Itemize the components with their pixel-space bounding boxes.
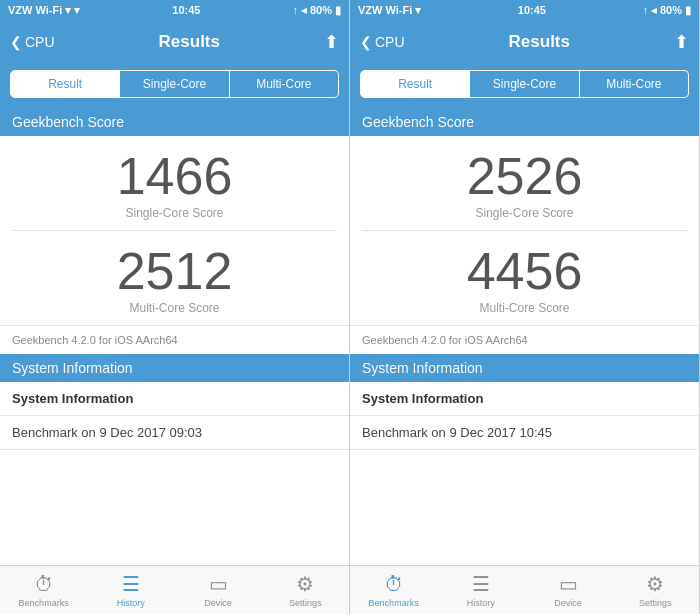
benchmark-date-right: Benchmark on 9 Dec 2017 10:45 xyxy=(350,416,699,450)
tab-device-right[interactable]: ▭ Device xyxy=(525,572,612,608)
wifi-icon-left: ▾ xyxy=(74,4,80,17)
battery-right: 80% ▮ xyxy=(660,4,691,17)
sys-info-row-left: System Information xyxy=(0,382,349,416)
device-label-left: Device xyxy=(204,598,232,608)
back-chevron-right: ❮ xyxy=(360,34,372,50)
geekbench-header-right: Geekbench Score xyxy=(350,108,699,136)
tab-benchmarks-left[interactable]: ⏱ Benchmarks xyxy=(0,573,87,608)
signal-icon-right: ↑ xyxy=(642,4,648,16)
seg-singlecore-right[interactable]: Single-Core xyxy=(470,70,579,98)
geekbench-header-left: Geekbench Score xyxy=(0,108,349,136)
sys-info-header-right: System Information xyxy=(350,354,699,382)
benchmarks-label-left: Benchmarks xyxy=(19,598,69,608)
carrier-right: VZW Wi-Fi ▾ xyxy=(358,4,421,17)
device-icon-right: ▭ xyxy=(559,572,578,596)
seg-singlecore-left[interactable]: Single-Core xyxy=(120,70,229,98)
share-button-right[interactable]: ⬆ xyxy=(674,31,689,53)
nav-title-right: Results xyxy=(509,32,570,52)
battery-icon-left: 80% ▮ xyxy=(310,4,341,17)
history-label-left: History xyxy=(117,598,145,608)
tab-history-right[interactable]: ☰ History xyxy=(437,572,524,608)
status-bar-right: VZW Wi-Fi ▾ 10:45 ↑ ◂ 80% ▮ xyxy=(350,0,699,20)
benchmarks-label-right: Benchmarks xyxy=(369,598,419,608)
settings-icon-left: ⚙ xyxy=(296,572,314,596)
sys-info-header-left: System Information xyxy=(0,354,349,382)
time-left: 10:45 xyxy=(172,4,200,16)
history-icon-right: ☰ xyxy=(472,572,490,596)
multi-core-label-left: Multi-Core Score xyxy=(129,301,219,315)
benchmarks-icon-left: ⏱ xyxy=(34,573,54,596)
version-info-left: Geekbench 4.2.0 for iOS AArch64 xyxy=(0,325,349,354)
multi-core-block-left: 2512 Multi-Core Score xyxy=(0,231,349,325)
scores-left: 1466 Single-Core Score 2512 Multi-Core S… xyxy=(0,136,349,325)
single-core-block-right: 2526 Single-Core Score xyxy=(350,136,699,230)
nav-title-left: Results xyxy=(159,32,220,52)
tab-device-left[interactable]: ▭ Device xyxy=(175,572,262,608)
multi-core-score-right: 4456 xyxy=(467,245,583,297)
back-label-left: CPU xyxy=(25,34,55,50)
back-chevron-left: ❮ xyxy=(10,34,22,50)
share-button-left[interactable]: ⬆ xyxy=(324,31,339,53)
multi-core-score-left: 2512 xyxy=(117,245,233,297)
seg-multicore-left[interactable]: Multi-Core xyxy=(230,70,339,98)
status-right-right: ↑ ◂ 80% ▮ xyxy=(642,4,691,17)
scores-right: 2526 Single-Core Score 4456 Multi-Core S… xyxy=(350,136,699,325)
status-right-left: ↑ ◂ 80% ▮ xyxy=(292,4,341,17)
tab-benchmarks-right[interactable]: ⏱ Benchmarks xyxy=(350,573,437,608)
seg-multicore-right[interactable]: Multi-Core xyxy=(580,70,689,98)
status-left: VZW Wi-Fi ▾ ▾ xyxy=(8,4,80,17)
settings-icon-right: ⚙ xyxy=(646,572,664,596)
segmented-control-left: Result Single-Core Multi-Core xyxy=(0,64,349,108)
seg-result-right[interactable]: Result xyxy=(360,70,470,98)
single-core-score-right: 2526 xyxy=(467,150,583,202)
tab-bar-left: ⏱ Benchmarks ☰ History ▭ Device ⚙ Settin… xyxy=(0,565,349,614)
tab-settings-right[interactable]: ⚙ Settings xyxy=(612,572,699,608)
segmented-control-right: Result Single-Core Multi-Core xyxy=(350,64,699,108)
settings-label-left: Settings xyxy=(289,598,322,608)
time-right: 10:45 xyxy=(518,4,546,16)
left-panel: VZW Wi-Fi ▾ ▾ 10:45 ↑ ◂ 80% ▮ ❮ CPU Resu… xyxy=(0,0,350,614)
benchmarks-icon-right: ⏱ xyxy=(384,573,404,596)
tab-history-left[interactable]: ☰ History xyxy=(87,572,174,608)
history-label-right: History xyxy=(467,598,495,608)
history-icon-left: ☰ xyxy=(122,572,140,596)
signal-icon-left: ↑ xyxy=(292,4,298,16)
back-button-left[interactable]: ❮ CPU xyxy=(10,34,55,50)
nav-bar-right: ❮ CPU Results ⬆ xyxy=(350,20,699,64)
bluetooth-icon-left: ◂ xyxy=(301,4,307,17)
multi-core-label-right: Multi-Core Score xyxy=(479,301,569,315)
seg-result-left[interactable]: Result xyxy=(10,70,120,98)
status-left-right: VZW Wi-Fi ▾ xyxy=(358,4,421,17)
multi-core-block-right: 4456 Multi-Core Score xyxy=(350,231,699,325)
back-label-right: CPU xyxy=(375,34,405,50)
device-icon-left: ▭ xyxy=(209,572,228,596)
benchmark-date-left: Benchmark on 9 Dec 2017 09:03 xyxy=(0,416,349,450)
device-label-right: Device xyxy=(554,598,582,608)
bluetooth-icon-right: ◂ xyxy=(651,4,657,17)
single-core-label-right: Single-Core Score xyxy=(475,206,573,220)
version-info-right: Geekbench 4.2.0 for iOS AArch64 xyxy=(350,325,699,354)
back-button-right[interactable]: ❮ CPU xyxy=(360,34,405,50)
single-core-score-left: 1466 xyxy=(117,150,233,202)
settings-label-right: Settings xyxy=(639,598,672,608)
tab-settings-left[interactable]: ⚙ Settings xyxy=(262,572,349,608)
right-panel: VZW Wi-Fi ▾ 10:45 ↑ ◂ 80% ▮ ❮ CPU Result… xyxy=(350,0,700,614)
nav-bar-left: ❮ CPU Results ⬆ xyxy=(0,20,349,64)
carrier-left: VZW Wi-Fi ▾ xyxy=(8,4,71,17)
sys-info-row-right: System Information xyxy=(350,382,699,416)
tab-bar-right: ⏱ Benchmarks ☰ History ▭ Device ⚙ Settin… xyxy=(350,565,699,614)
status-bar-left: VZW Wi-Fi ▾ ▾ 10:45 ↑ ◂ 80% ▮ xyxy=(0,0,349,20)
single-core-block-left: 1466 Single-Core Score xyxy=(0,136,349,230)
single-core-label-left: Single-Core Score xyxy=(125,206,223,220)
